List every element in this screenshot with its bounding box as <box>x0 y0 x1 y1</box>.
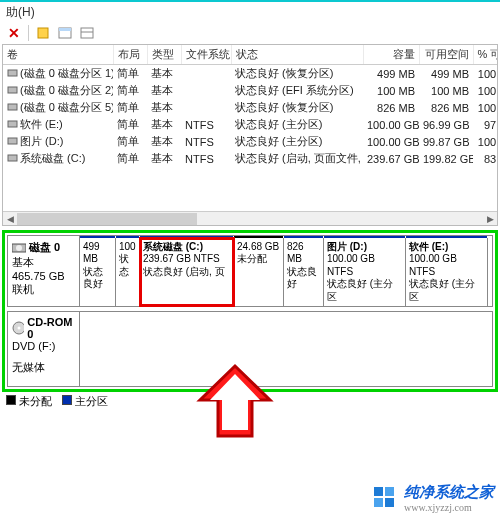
table-row[interactable]: 系统磁盘 (C:)简单基本NTFS状态良好 (启动, 页面文件, 故障转储, 主… <box>3 150 497 167</box>
volume-icon <box>7 135 20 147</box>
partition[interactable]: 图片 (D:)100.00 GB NTFS状态良好 (主分区 <box>324 238 406 307</box>
cell: 简单 <box>113 150 147 167</box>
partition[interactable]: 系统磁盘 (C:)239.67 GB NTFS状态良好 (启动, 页 <box>140 238 234 307</box>
scroll-left-icon[interactable]: ◀ <box>3 212 17 226</box>
volume-icon <box>7 67 20 79</box>
scroll-track[interactable] <box>17 213 483 225</box>
cell: 99.87 GB <box>419 133 473 150</box>
partition-line1: 图片 (D:) <box>327 241 402 254</box>
cell: 基本 <box>147 150 181 167</box>
toolbar: ✕ <box>0 22 500 44</box>
col-free[interactable]: 可用空间 <box>419 45 473 65</box>
cell: NTFS <box>181 116 231 133</box>
properties-icon[interactable] <box>79 25 95 41</box>
cell: 简单 <box>113 65 147 82</box>
partition-line2: 499 MB <box>83 241 112 266</box>
menubar[interactable]: 助(H) <box>0 2 500 22</box>
cell: (磁盘 0 磁盘分区 2) <box>3 82 113 99</box>
cell: 100.00 GB <box>363 116 419 133</box>
svg-rect-19 <box>374 498 383 507</box>
partition-line3: 未分配 <box>237 253 280 266</box>
cdrom-row[interactable]: CD-ROM 0 DVD (F:) 无媒体 <box>7 311 493 387</box>
cdrom-icon <box>12 321 24 335</box>
col-pct[interactable]: % 可用 <box>473 45 498 65</box>
cell: 状态良好 (启动, 页面文件, 故障转储, 主分区) <box>231 150 363 167</box>
table-row[interactable]: (磁盘 0 磁盘分区 5)简单基本状态良好 (恢复分区)826 MB826 MB… <box>3 99 497 116</box>
partition[interactable]: 100状态 <box>116 238 140 307</box>
partition[interactable]: 826 MB状态良好 <box>284 238 324 307</box>
cell: 826 MB <box>419 99 473 116</box>
partition-line2: 100 <box>119 241 136 254</box>
cell: 100 MB <box>363 82 419 99</box>
svg-rect-10 <box>8 155 17 161</box>
refresh-icon[interactable] <box>35 25 51 41</box>
cell: 状态良好 (EFI 系统分区) <box>231 82 363 99</box>
partition-line1: 软件 (E:) <box>409 241 484 254</box>
cell: 100 % <box>473 82 497 99</box>
cell: (磁盘 0 磁盘分区 1) <box>3 65 113 82</box>
volume-icon <box>7 118 20 130</box>
partition[interactable]: 499 MB状态良好 <box>80 238 116 307</box>
col-fs[interactable]: 文件系统 <box>181 45 231 65</box>
cell <box>181 99 231 116</box>
cell: 100 MB <box>419 82 473 99</box>
col-capacity[interactable]: 容量 <box>363 45 419 65</box>
scroll-right-icon[interactable]: ▶ <box>483 212 497 226</box>
volume-list: 卷 布局 类型 文件系统 状态 容量 可用空间 % 可用 (磁盘 0 磁盘分区 … <box>2 44 498 226</box>
cell: 简单 <box>113 133 147 150</box>
table-row[interactable]: 软件 (E:)简单基本NTFS状态良好 (主分区)100.00 GB96.99 … <box>3 116 497 133</box>
legend-primary: 主分区 <box>62 394 108 409</box>
cell: 简单 <box>113 99 147 116</box>
cell: 239.67 GB <box>363 150 419 167</box>
watermark: 纯净系统之家 www.xjyzzj.com <box>372 483 494 513</box>
svg-rect-8 <box>8 121 17 127</box>
cell: 状态良好 (恢复分区) <box>231 99 363 116</box>
partition-line1: 系统磁盘 (C:) <box>143 241 230 254</box>
partition-line3: 状态良好 (主分区 <box>409 278 484 303</box>
cdrom-body <box>80 312 492 386</box>
col-status[interactable]: 状态 <box>231 45 363 65</box>
disk-0-row[interactable]: 磁盘 0 基本 465.75 GB 联机 499 MB状态良好100状态系统磁盘… <box>7 235 493 307</box>
cell: 97 % <box>473 116 497 133</box>
partition-line2: 239.67 GB NTFS <box>143 253 230 266</box>
svg-rect-17 <box>374 487 383 496</box>
table-header[interactable]: 卷 布局 类型 文件系统 状态 容量 可用空间 % 可用 <box>3 45 498 65</box>
col-layout[interactable]: 布局 <box>113 45 147 65</box>
cell: 状态良好 (主分区) <box>231 116 363 133</box>
svg-point-12 <box>16 245 22 251</box>
cell: 状态良好 (恢复分区) <box>231 65 363 82</box>
cdrom-device: DVD (F:) <box>12 340 55 352</box>
watermark-logo-icon <box>372 485 398 511</box>
cell: 状态良好 (主分区) <box>231 133 363 150</box>
legend: 未分配 主分区 <box>0 392 500 411</box>
legend-unalloc: 未分配 <box>6 394 52 409</box>
cell: (磁盘 0 磁盘分区 5) <box>3 99 113 116</box>
h-scrollbar[interactable]: ◀ ▶ <box>3 211 497 225</box>
cell: 100 % <box>473 99 497 116</box>
watermark-url: www.xjyzzj.com <box>404 502 494 513</box>
scroll-thumb[interactable] <box>17 213 197 225</box>
col-type[interactable]: 类型 <box>147 45 181 65</box>
cell: 基本 <box>147 116 181 133</box>
cell: 100 % <box>473 65 497 82</box>
disk-0-label: 磁盘 0 基本 465.75 GB 联机 <box>8 236 80 306</box>
disk-icon <box>12 242 26 254</box>
table-row[interactable]: 图片 (D:)简单基本NTFS状态良好 (主分区)100.00 GB99.87 … <box>3 133 497 150</box>
svg-rect-18 <box>385 487 394 496</box>
partition[interactable]: 软件 (E:)100.00 GB NTFS状态良好 (主分区 <box>406 238 488 307</box>
partition[interactable]: 24.68 GB未分配 <box>234 238 284 307</box>
separator <box>28 25 29 41</box>
view-icon[interactable] <box>57 25 73 41</box>
close-icon[interactable]: ✕ <box>6 25 22 41</box>
svg-rect-2 <box>59 28 71 31</box>
disk-0-size: 465.75 GB <box>12 270 75 282</box>
cell: 软件 (E:) <box>3 116 113 133</box>
cell: 100 % <box>473 133 497 150</box>
cell: 826 MB <box>363 99 419 116</box>
col-volume[interactable]: 卷 <box>3 45 113 65</box>
menu-help[interactable]: 助(H) <box>6 5 35 19</box>
table-row[interactable]: (磁盘 0 磁盘分区 1)简单基本状态良好 (恢复分区)499 MB499 MB… <box>3 65 497 82</box>
cell: 499 MB <box>419 65 473 82</box>
cell: 100.00 GB <box>363 133 419 150</box>
table-row[interactable]: (磁盘 0 磁盘分区 2)简单基本状态良好 (EFI 系统分区)100 MB10… <box>3 82 497 99</box>
